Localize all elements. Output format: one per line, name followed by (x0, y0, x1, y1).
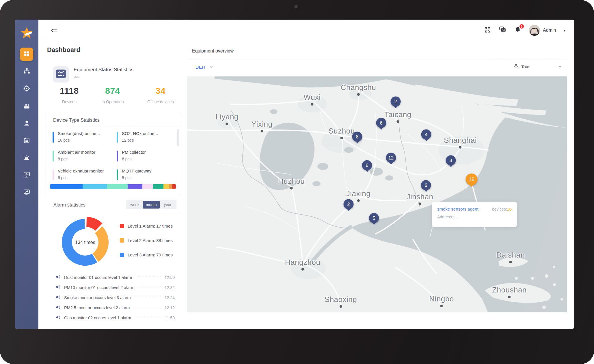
user-icon (23, 119, 30, 128)
sidebar-item-users[interactable] (20, 117, 33, 130)
map-cluster-pin[interactable]: 4 (421, 130, 431, 140)
period-tab[interactable]: month (143, 201, 160, 209)
map-cluster-pin[interactable]: 6 (421, 180, 431, 190)
monitor-pulse-icon (23, 171, 30, 179)
device-type-item: PM collector 6 pcs (117, 150, 174, 168)
divider (45, 214, 181, 214)
filter-tag-label: DEH (195, 65, 205, 70)
device-type-card: Device Type Statistics Smoke (dust) onli… (45, 113, 181, 196)
legend-item[interactable]: Level 1 Alarm: 17 times (120, 223, 173, 228)
type-name: Ambient air monitor (58, 150, 95, 155)
router-wifi-icon (23, 102, 30, 111)
alarm-stats-title: Alarm statistics (53, 202, 85, 208)
type-color-bar (53, 169, 54, 180)
dropdown-caret-icon[interactable]: ▾ (559, 65, 561, 69)
type-color-bar (53, 132, 54, 143)
metric-value: 874 (90, 86, 136, 96)
alarm-event-row[interactable]: PM10 monitor 01 occurs level 2 alarm 12:… (55, 282, 175, 292)
map-cluster-pin[interactable]: 16 (466, 174, 478, 185)
sidebar-item-monitoring-points[interactable] (20, 82, 33, 95)
map-cluster-pin[interactable]: 5 (369, 213, 379, 223)
alarm-event-row[interactable]: Smoke monitor occurs level 3 alarm 12:24 (55, 292, 175, 303)
device-type-item: Smoke (dust) online... 16 pcs (53, 131, 117, 150)
legend-label: Level 2 Alarm: 38 times (128, 238, 173, 243)
equipment-chart-icon (55, 68, 66, 80)
map-cluster-pin[interactable]: 6 (362, 160, 372, 170)
device-type-list: Smoke (dust) online... 16 pcs SO2, NOx o… (53, 131, 174, 187)
equipment-map[interactable]: Changshu Wuxi Taicang Liyang Yixing (187, 76, 567, 312)
distribution-segment (163, 184, 169, 189)
user-caret-icon: ▾ (563, 28, 565, 33)
user-name: Admin (543, 28, 556, 33)
period-tab[interactable]: year (160, 201, 176, 209)
collapse-menu-icon[interactable]: ⇐ (51, 25, 57, 35)
divider (187, 59, 567, 59)
device-type-item: SO2, NOx online... 12 pcs (117, 131, 174, 150)
sidebar-item-dashboard[interactable] (20, 48, 33, 61)
metric: 874 In Operation (90, 86, 136, 104)
alarm-period-tabs: weekmonthyear (126, 200, 176, 209)
period-tab[interactable]: week (127, 201, 143, 209)
total-filter-dropdown[interactable]: Total (513, 64, 530, 70)
map-cluster-pin[interactable]: 2 (391, 97, 401, 107)
legend-label: Level 3 Alarm: 79 times (128, 252, 173, 257)
legend-item[interactable]: Level 2 Alarm: 38 times (120, 238, 173, 243)
dashboard-grid-icon (23, 50, 30, 59)
speaker-icon (55, 305, 61, 311)
type-color-bar (53, 151, 54, 162)
alarm-event-row[interactable]: Gas monitor 02 occurs level 1 alarm 11:5… (55, 313, 175, 323)
distribution-segment (107, 184, 128, 189)
type-count: 8 pcs (58, 157, 95, 161)
dashboard-panel: Dashboard Equipment Status Statistics pc… (38, 41, 182, 329)
map-cluster-pin[interactable]: 3 (446, 155, 456, 166)
fullscreen-button[interactable] (484, 27, 491, 34)
app-logo (20, 27, 33, 40)
distribution-segment (50, 184, 83, 189)
equipment-stats-unit: pcs (74, 74, 79, 79)
sidebar-item-gateways[interactable] (20, 100, 33, 113)
legend-item[interactable]: Level 3 Alarm: 79 times (120, 252, 173, 257)
hierarchy-icon (513, 64, 519, 70)
devices-count: devices:16 (492, 207, 512, 211)
user-menu[interactable]: Admin ▾ (529, 25, 565, 36)
type-name: SO2, NOx online... (122, 131, 158, 136)
map-filter-tag[interactable]: DEH ✕ (195, 65, 213, 70)
alarm-event-row[interactable]: Dust monitor 01 occurs level 1 alarm 12:… (55, 272, 175, 282)
target-icon (23, 85, 30, 93)
type-count: 16 pcs (58, 138, 100, 142)
type-distribution-bar (50, 184, 176, 189)
map-cluster-pin[interactable]: 6 (376, 118, 386, 128)
language-icon: Aa (499, 26, 507, 35)
sidebar-item-records[interactable] (20, 134, 33, 147)
alarm-event-text: Gas monitor 02 occurs level 1 alarm (64, 316, 131, 320)
dotted-leader (135, 277, 161, 277)
sidebar-item-maintenance[interactable] (20, 186, 33, 199)
language-button[interactable]: Aa (499, 26, 507, 35)
sidebar (15, 20, 38, 329)
camera-dot (294, 5, 299, 10)
type-color-bar (117, 169, 118, 180)
sidebar-item-device-monitor[interactable] (20, 168, 33, 182)
map-cluster-pin[interactable]: 8 (352, 132, 362, 142)
donut-center-label: 134 times (71, 240, 100, 245)
card-scrollbar[interactable] (177, 129, 179, 146)
siren-icon (23, 154, 30, 162)
alarm-legend: Level 1 Alarm: 17 times Level 2 Alarm: 3… (120, 223, 173, 267)
notification-button[interactable]: 6 (514, 26, 521, 34)
top-bar: ⇐ Aa 6 (38, 20, 574, 41)
sidebar-item-organization[interactable] (20, 65, 33, 78)
alarm-event-time: 11:59 (165, 316, 175, 320)
dotted-leader (135, 317, 161, 317)
type-name: Vehicle exhaust monitor (58, 168, 104, 173)
legend-label: Level 1 Alarm: 17 times (128, 224, 173, 228)
alarm-event-time: 12:50 (165, 275, 175, 280)
clipboard-icon (23, 137, 30, 145)
type-count: 6 pcs (122, 157, 146, 161)
close-icon[interactable]: ✕ (210, 65, 213, 70)
monitor-wrench-icon (23, 189, 30, 197)
map-cluster-pin[interactable]: 2 (344, 199, 354, 209)
agent-link[interactable]: smoke sensors agent (437, 207, 478, 211)
sidebar-item-alarms[interactable] (20, 151, 33, 165)
map-cluster-pin[interactable]: 12 (386, 153, 396, 163)
alarm-event-row[interactable]: PM2.5 monitor occurs level 2 alarm 12:12 (55, 303, 175, 313)
